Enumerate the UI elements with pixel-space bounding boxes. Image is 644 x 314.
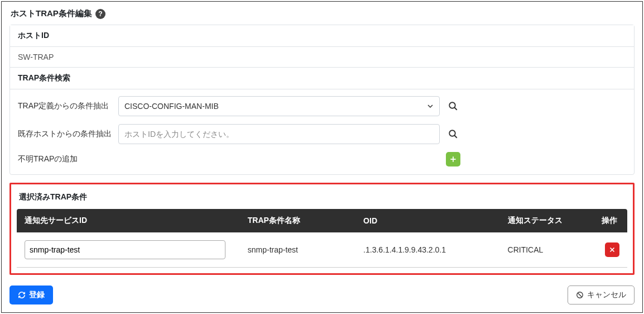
host-id-value: SW-TRAP: [10, 47, 634, 68]
label-def-extract: TRAP定義からの条件抽出: [18, 101, 118, 111]
svg-point-0: [449, 102, 455, 108]
select-trap-definition[interactable]: CISCO-CONFIG-MAN-MIB: [118, 96, 440, 116]
host-search-card: ホストID SW-TRAP TRAP条件検索 TRAP定義からの条件抽出 CIS…: [9, 25, 635, 175]
th-status: 通知ステータス: [500, 209, 594, 232]
search-icon: [448, 129, 458, 139]
cell-status: CRITICAL: [500, 232, 594, 268]
svg-line-1: [454, 107, 457, 110]
page-title: ホストTRAP条件編集: [11, 8, 92, 19]
svg-point-2: [449, 130, 455, 136]
cancel-button[interactable]: キャンセル: [568, 286, 635, 305]
table-header-row: 通知先サービスID TRAP条件名称 OID 通知ステータス 操作: [17, 209, 627, 232]
search-icon: [448, 101, 458, 111]
input-service-id[interactable]: [25, 240, 225, 259]
help-icon[interactable]: ?: [95, 9, 105, 19]
close-icon: [609, 246, 616, 253]
table-row: snmp-trap-test .1.3.6.1.4.1.9.9.43.2.0.1…: [17, 232, 627, 268]
svg-line-9: [578, 293, 582, 297]
add-unknown-trap-button[interactable]: [446, 152, 460, 166]
row-host-extract: 既存ホストからの条件抽出: [18, 124, 626, 144]
register-button[interactable]: 登録: [9, 286, 53, 305]
cell-oid: .1.3.6.1.4.1.9.9.43.2.0.1: [355, 232, 499, 268]
page-title-row: ホストTRAP条件編集 ?: [9, 8, 635, 19]
label-host-extract: 既存ホストからの条件抽出: [18, 129, 118, 139]
label-unknown-trap: 不明TRAPの追加: [18, 154, 118, 164]
selected-trap-table: 通知先サービスID TRAP条件名称 OID 通知ステータス 操作 snmp-t…: [17, 209, 627, 268]
th-op: 操作: [594, 209, 627, 232]
cell-cond-name: snmp-trap-test: [240, 232, 355, 268]
host-id-header: ホストID: [10, 25, 634, 47]
plus-icon: [449, 155, 457, 163]
selected-trap-title: 選択済みTRAP条件: [19, 192, 627, 202]
delete-row-button[interactable]: [605, 242, 619, 257]
th-cond-name: TRAP条件名称: [240, 209, 355, 232]
search-host-button[interactable]: [443, 129, 463, 139]
input-host-id[interactable]: [118, 124, 440, 144]
cancel-label: キャンセル: [587, 290, 626, 300]
cancel-icon: [576, 291, 584, 299]
trap-search-body: TRAP定義からの条件抽出 CISCO-CONFIG-MAN-MIB 既存ホスト…: [10, 89, 634, 174]
row-def-extract: TRAP定義からの条件抽出 CISCO-CONFIG-MAN-MIB: [18, 96, 626, 116]
svg-line-3: [454, 135, 457, 138]
row-unknown-trap: 不明TRAPの追加: [18, 152, 626, 166]
selected-trap-highlight: 選択済みTRAP条件 通知先サービスID TRAP条件名称 OID 通知ステータ…: [9, 183, 635, 275]
search-def-button[interactable]: [443, 101, 463, 111]
register-label: 登録: [29, 290, 45, 300]
th-oid: OID: [355, 209, 499, 232]
page-container: ホストTRAP条件編集 ? ホストID SW-TRAP TRAP条件検索 TRA…: [1, 1, 643, 313]
footer-row: 登録 キャンセル: [9, 286, 635, 305]
refresh-icon: [18, 291, 26, 299]
th-service-id: 通知先サービスID: [17, 209, 240, 232]
trap-search-header: TRAP条件検索: [10, 68, 634, 89]
